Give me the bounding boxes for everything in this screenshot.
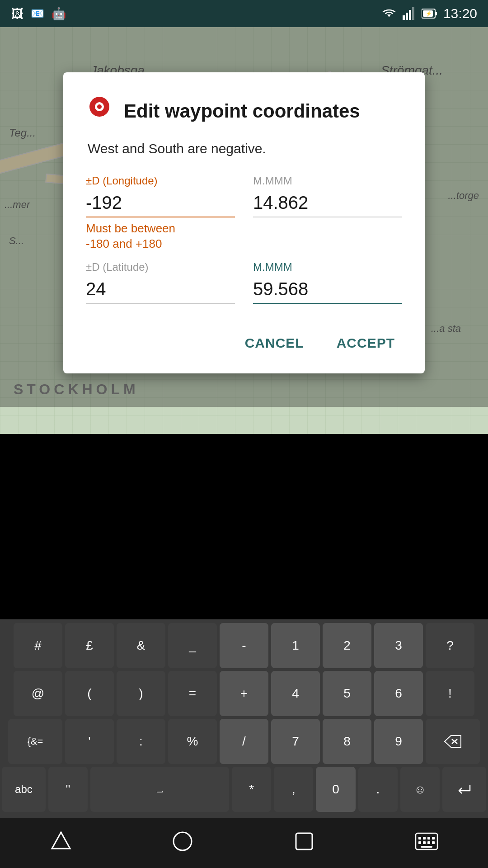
latitude-input[interactable] — [86, 277, 235, 304]
key-abc[interactable]: abc — [2, 767, 46, 812]
key-colon[interactable]: : — [117, 719, 165, 764]
svg-rect-18 — [423, 837, 426, 840]
longitude-decimal-input[interactable] — [253, 191, 402, 217]
latitude-label: ±D (Latitude) — [86, 261, 235, 274]
dialog-subtitle: West and South are negative. — [86, 141, 402, 156]
svg-rect-17 — [418, 837, 421, 840]
key-0[interactable]: 0 — [316, 767, 355, 812]
key-period[interactable]: . — [358, 767, 398, 812]
outlook-icon: 📧 — [31, 7, 44, 20]
svg-rect-5 — [435, 12, 437, 15]
key-3[interactable]: 3 — [374, 623, 423, 668]
key-2[interactable]: 2 — [323, 623, 371, 668]
status-icons-right: ⚡ 13:20 — [381, 6, 477, 21]
key-equals[interactable]: = — [168, 671, 217, 716]
key-apostrophe[interactable]: ' — [65, 719, 114, 764]
cancel-button[interactable]: CANCEL — [238, 331, 311, 355]
wifi-icon — [381, 7, 397, 20]
key-1[interactable]: 1 — [271, 623, 320, 668]
key-emoji[interactable]: ☺ — [400, 767, 440, 812]
nav-recent-button[interactable] — [293, 830, 315, 856]
status-bar: 🖼 📧 🤖 ⚡ 13:20 — [0, 0, 488, 27]
svg-rect-23 — [427, 841, 430, 844]
svg-rect-25 — [421, 846, 432, 848]
svg-rect-3 — [412, 7, 414, 20]
status-icons-left: 🖼 📧 🤖 — [11, 6, 66, 21]
svg-rect-24 — [432, 841, 435, 844]
dialog-title: Edit waypoint coordinates — [124, 100, 360, 122]
latitude-decimal-group: M.MMM — [253, 261, 402, 304]
key-6[interactable]: 6 — [374, 671, 423, 716]
robot-icon: 🤖 — [52, 7, 66, 21]
keyboard-row-2: @ ( ) = + 4 5 6 ! — [2, 671, 486, 716]
svg-rect-22 — [423, 841, 426, 844]
keyboard-row-4: abc " ⎵ * , 0 . ☺ — [2, 767, 486, 812]
keyboard-row-1: # £ & _ - 1 2 3 ? — [2, 623, 486, 668]
key-8[interactable]: 8 — [323, 719, 371, 764]
nav-back-button[interactable] — [50, 830, 72, 856]
svg-rect-21 — [418, 841, 421, 844]
edit-waypoint-dialog: Edit waypoint coordinates West and South… — [63, 72, 425, 373]
longitude-decimal-group: M.MMM — [253, 175, 402, 252]
longitude-input[interactable] — [86, 191, 235, 217]
longitude-error: Must be between-180 and +180 — [86, 221, 235, 252]
latitude-decimal-input[interactable] — [253, 277, 402, 304]
dialog-actions: CANCEL ACCEPT — [86, 326, 402, 355]
nav-keyboard-button[interactable] — [415, 832, 438, 854]
svg-marker-13 — [52, 832, 70, 849]
svg-point-14 — [174, 832, 192, 850]
longitude-row: ±D (Longitude) Must be between-180 and +… — [86, 175, 402, 252]
svg-rect-0 — [403, 15, 405, 20]
key-rparen[interactable]: ) — [117, 671, 165, 716]
key-amp[interactable]: & — [117, 623, 165, 668]
key-percent[interactable]: % — [168, 719, 217, 764]
image-icon: 🖼 — [11, 6, 23, 21]
signal-icon — [403, 7, 416, 20]
key-space[interactable]: ⎵ — [90, 767, 229, 812]
key-question[interactable]: ? — [426, 623, 474, 668]
key-slash[interactable]: / — [220, 719, 268, 764]
key-5[interactable]: 5 — [323, 671, 371, 716]
keyboard-row-3: {&= ' : % / 7 8 9 — [2, 719, 486, 764]
key-9[interactable]: 9 — [374, 719, 423, 764]
svg-text:⚡: ⚡ — [426, 10, 432, 17]
keyboard: # £ & _ - 1 2 3 ? @ ( ) = + 4 5 6 ! {&= … — [0, 619, 488, 818]
key-lparen[interactable]: ( — [65, 671, 114, 716]
longitude-decimal-label: M.MMM — [253, 175, 402, 187]
longitude-degrees-group: ±D (Longitude) Must be between-180 and +… — [86, 175, 235, 252]
accept-button[interactable]: ACCEPT — [329, 331, 402, 355]
dialog-header: Edit waypoint coordinates — [86, 95, 402, 127]
key-4[interactable]: 4 — [271, 671, 320, 716]
dialog-overlay: Edit waypoint coordinates West and South… — [0, 27, 488, 407]
nav-bar — [0, 818, 488, 868]
latitude-decimal-label: M.MMM — [253, 261, 402, 274]
key-hash[interactable]: # — [14, 623, 62, 668]
key-exclaim[interactable]: ! — [426, 671, 474, 716]
key-pound[interactable]: £ — [65, 623, 114, 668]
svg-rect-20 — [432, 837, 435, 840]
key-quote[interactable]: " — [48, 767, 88, 812]
key-plus[interactable]: + — [220, 671, 268, 716]
battery-icon: ⚡ — [422, 8, 438, 19]
key-comma[interactable]: , — [274, 767, 313, 812]
key-minus[interactable]: - — [220, 623, 268, 668]
key-symbols[interactable]: {&= — [8, 719, 62, 764]
svg-point-10 — [97, 104, 102, 109]
pin-icon — [86, 95, 113, 127]
key-7[interactable]: 7 — [271, 719, 320, 764]
status-time: 13:20 — [443, 6, 477, 21]
backspace-key[interactable] — [426, 719, 480, 764]
key-enter[interactable] — [442, 767, 486, 812]
svg-rect-1 — [406, 13, 408, 20]
latitude-degrees-group: ±D (Latitude) — [86, 261, 235, 304]
svg-rect-15 — [296, 833, 312, 849]
key-underscore[interactable]: _ — [168, 623, 217, 668]
svg-rect-19 — [427, 837, 430, 840]
nav-home-button[interactable] — [172, 830, 193, 856]
longitude-label: ±D (Longitude) — [86, 175, 235, 187]
latitude-row: ±D (Latitude) M.MMM — [86, 261, 402, 304]
key-asterisk[interactable]: * — [232, 767, 271, 812]
key-at[interactable]: @ — [14, 671, 62, 716]
svg-rect-2 — [409, 10, 411, 20]
